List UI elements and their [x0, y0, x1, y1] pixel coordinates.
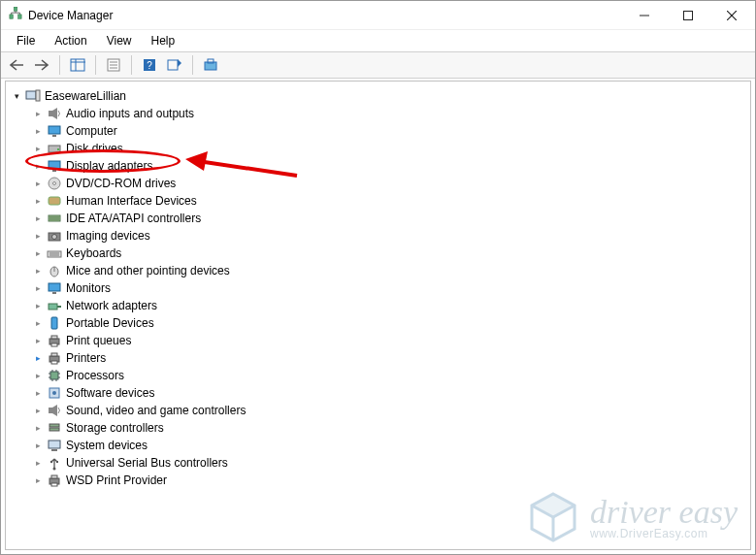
- tree-category-label: Sound, video and game controllers: [66, 404, 246, 417]
- svg-rect-67: [49, 441, 60, 448]
- tree-category-label: Storage controllers: [66, 421, 164, 435]
- svg-rect-73: [51, 475, 57, 478]
- chevron-right-icon[interactable]: ▸: [31, 299, 45, 312]
- chevron-right-icon[interactable]: ▸: [31, 246, 45, 260]
- chevron-right-icon[interactable]: ▸: [31, 264, 45, 278]
- keyboard-icon: [47, 245, 62, 261]
- chevron-right-icon[interactable]: ▸: [31, 229, 45, 243]
- chevron-right-icon[interactable]: ▸: [31, 212, 45, 225]
- svg-rect-68: [51, 449, 57, 451]
- tree-category[interactable]: ▸Network adapters: [31, 297, 746, 314]
- tree-category-label: Universal Serial Bus controllers: [66, 456, 228, 470]
- tree-category[interactable]: ▸Computer: [31, 122, 746, 140]
- menu-action[interactable]: Action: [45, 32, 96, 49]
- separator: [95, 55, 96, 75]
- svg-rect-52: [50, 372, 58, 379]
- printer-icon: [47, 333, 62, 348]
- menu-file[interactable]: File: [7, 32, 45, 49]
- menu-view[interactable]: View: [97, 32, 142, 49]
- tree-category[interactable]: ▸Mice and other pointing devices: [31, 262, 746, 279]
- show-hide-tree-button[interactable]: [66, 54, 89, 76]
- chevron-right-icon[interactable]: ▸: [31, 177, 45, 190]
- tree-category[interactable]: ▸Disk drives: [31, 140, 746, 157]
- chevron-right-icon[interactable]: ▸: [31, 404, 45, 417]
- tree-category-label: Human Interface Devices: [66, 194, 197, 208]
- chevron-right-icon[interactable]: ▸: [31, 142, 45, 155]
- tree-category-label: WSD Print Provider: [66, 473, 167, 487]
- tree-category[interactable]: ▸Monitors: [31, 279, 746, 297]
- monitor-icon: [47, 280, 62, 296]
- tree-category[interactable]: ▸Print queues: [31, 332, 746, 349]
- close-button[interactable]: [709, 2, 753, 29]
- svg-rect-74: [51, 483, 57, 486]
- tree-category[interactable]: ▸Imaging devices: [31, 227, 746, 245]
- ide-icon: [47, 211, 62, 226]
- maximize-button[interactable]: [666, 2, 709, 29]
- svg-rect-23: [49, 126, 60, 134]
- separator: [59, 55, 60, 75]
- tree-category[interactable]: ▸Display adapters: [31, 157, 746, 175]
- tree-category-label: Portable Devices: [66, 316, 154, 330]
- computer-icon: [25, 88, 41, 104]
- svg-rect-31: [49, 197, 60, 205]
- tree-category[interactable]: ▸Storage controllers: [31, 419, 746, 437]
- show-hidden-button[interactable]: [199, 54, 222, 76]
- tree-category[interactable]: ▸System devices: [31, 437, 746, 454]
- minimize-button[interactable]: [622, 2, 666, 29]
- tree-category[interactable]: ▸Keyboards: [31, 245, 746, 262]
- tree-category-label: DVD/CD-ROM drives: [66, 177, 176, 190]
- chevron-right-icon[interactable]: ▸: [31, 386, 45, 400]
- tree-category[interactable]: ▸Portable Devices: [31, 314, 746, 332]
- properties-button[interactable]: [102, 54, 125, 76]
- drive-icon: [47, 141, 62, 156]
- chevron-right-icon[interactable]: ▸: [31, 439, 45, 452]
- chevron-right-icon[interactable]: ▸: [31, 159, 45, 173]
- app-icon: [9, 7, 22, 23]
- tree-category-label: Processors: [66, 369, 124, 382]
- tree-category[interactable]: ▸Sound, video and game controllers: [31, 402, 746, 419]
- tree-category-label: Imaging devices: [66, 229, 150, 243]
- tree-category[interactable]: ▸DVD/CD-ROM drives: [31, 175, 746, 192]
- tree-category[interactable]: ▸Audio inputs and outputs: [31, 105, 746, 122]
- chevron-right-icon[interactable]: ▸: [31, 316, 45, 330]
- tree-category[interactable]: ▸Human Interface Devices: [31, 192, 746, 210]
- chevron-right-icon[interactable]: ▸: [31, 194, 45, 208]
- chevron-right-icon[interactable]: ▸: [31, 107, 45, 120]
- scan-hardware-button[interactable]: [163, 54, 186, 76]
- chevron-down-icon[interactable]: ▾: [10, 89, 23, 103]
- software-icon: [47, 385, 62, 401]
- svg-rect-16: [168, 60, 178, 70]
- svg-rect-44: [49, 304, 57, 310]
- svg-rect-19: [26, 91, 36, 99]
- tree-category[interactable]: ▸Universal Serial Bus controllers: [31, 454, 746, 472]
- svg-rect-4: [683, 11, 692, 19]
- tree-category-label: Print queues: [66, 334, 131, 347]
- menu-help[interactable]: Help: [142, 32, 185, 49]
- svg-rect-7: [71, 59, 84, 71]
- help-toolbar-button[interactable]: ?: [138, 54, 161, 76]
- svg-point-62: [52, 391, 56, 395]
- chevron-right-icon[interactable]: ▸: [31, 124, 45, 138]
- separator: [192, 55, 193, 75]
- tree-root[interactable]: ▾ EasewareLillian: [10, 87, 746, 105]
- chevron-right-icon[interactable]: ▸: [31, 456, 45, 470]
- tree-category[interactable]: ▸Printers: [31, 349, 746, 367]
- chevron-right-icon[interactable]: ▸: [31, 473, 45, 487]
- chevron-right-icon[interactable]: ▸: [31, 421, 45, 435]
- chevron-right-icon[interactable]: ▸: [31, 334, 45, 347]
- forward-button[interactable]: [30, 54, 53, 76]
- svg-marker-22: [52, 108, 57, 119]
- tree-category[interactable]: ▸IDE ATA/ATAPI controllers: [31, 210, 746, 227]
- svg-rect-21: [49, 111, 52, 116]
- tree-category[interactable]: ▸WSD Print Provider: [31, 472, 746, 489]
- portable-icon: [47, 315, 62, 331]
- chevron-right-icon[interactable]: ▸: [31, 369, 45, 382]
- device-tree[interactable]: ▾ EasewareLillian ▸Audio inputs and outp…: [5, 81, 751, 550]
- back-button[interactable]: [5, 54, 28, 76]
- tree-category[interactable]: ▸Software devices: [31, 384, 746, 402]
- chevron-right-icon[interactable]: ▸: [31, 351, 45, 365]
- speaker-icon: [47, 403, 62, 418]
- svg-rect-63: [49, 408, 52, 413]
- tree-category[interactable]: ▸Processors: [31, 367, 746, 384]
- chevron-right-icon[interactable]: ▸: [31, 281, 45, 295]
